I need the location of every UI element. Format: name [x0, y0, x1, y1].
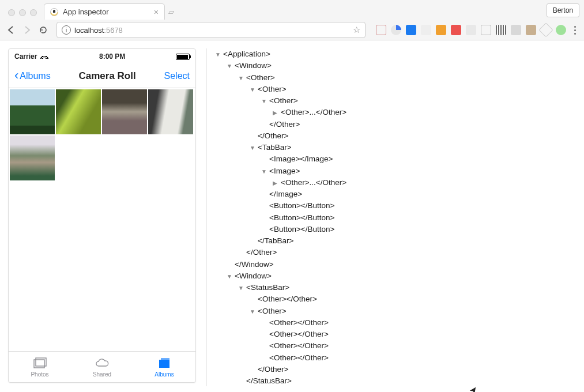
extension-icon[interactable] — [451, 25, 461, 35]
extension-icon[interactable] — [376, 25, 386, 35]
cloud-icon — [95, 357, 110, 370]
tab-title: App inspector — [63, 7, 149, 16]
disclosure-triangle-icon[interactable] — [238, 74, 245, 82]
tab-label: Albums — [155, 371, 174, 378]
photo-thumbnail[interactable] — [102, 89, 147, 134]
disclosure-triangle-icon[interactable] — [238, 284, 245, 292]
extension-icon[interactable] — [421, 25, 431, 35]
window-controls[interactable] — [3, 9, 44, 20]
tree-node[interactable]: <Other>...</Other> — [215, 107, 578, 118]
tree-node[interactable]: <Other> — [215, 95, 578, 107]
disclosure-triangle-icon[interactable] — [250, 144, 257, 152]
extension-icon[interactable] — [466, 25, 476, 35]
extension-icon[interactable] — [436, 25, 446, 35]
tree-node[interactable]: <Other></Other> — [215, 352, 578, 364]
tree-node[interactable]: <Other> — [215, 306, 578, 317]
status-bar: Carrier 8:00 PM — [9, 49, 195, 64]
disclosure-triangle-icon[interactable] — [215, 50, 222, 59]
battery-icon — [176, 54, 190, 60]
element-tree[interactable]: <Application><Window><Other><Other><Othe… — [206, 48, 578, 386]
tab-bar: Photos Shared Albums — [9, 351, 195, 382]
tab-albums[interactable]: Albums — [133, 352, 195, 382]
extension-icon[interactable] — [538, 22, 553, 37]
disclosure-triangle-icon[interactable] — [273, 179, 280, 187]
tree-node[interactable]: </Image> — [215, 189, 578, 200]
site-info-icon[interactable]: i — [62, 25, 71, 35]
tree-node[interactable]: <Other></Other> — [215, 317, 578, 329]
extension-icon[interactable] — [481, 25, 491, 35]
browser-menu-button[interactable] — [571, 24, 579, 37]
url-host: localhost — [74, 26, 104, 35]
favicon-icon — [50, 8, 58, 16]
tree-node[interactable]: <Other> — [215, 72, 578, 84]
close-window-icon[interactable] — [8, 9, 15, 16]
tree-node[interactable]: <Button></Button> — [215, 224, 578, 235]
extension-icon[interactable] — [391, 25, 401, 35]
tree-node[interactable]: <Button></Button> — [215, 200, 578, 212]
tree-node[interactable]: </Other> — [215, 247, 578, 258]
back-button[interactable] — [5, 24, 17, 36]
reload-button[interactable] — [37, 24, 50, 36]
photo-thumbnail[interactable] — [10, 89, 55, 134]
new-tab-button[interactable]: ▱ — [168, 7, 174, 16]
bookmark-star-icon[interactable]: ☆ — [353, 25, 360, 35]
tree-node[interactable]: </Window> — [215, 259, 578, 270]
carrier-label: Carrier — [14, 52, 37, 61]
tree-node[interactable]: </Other> — [215, 130, 578, 142]
tree-node[interactable]: <Other></Other> — [215, 293, 578, 305]
back-nav-button[interactable]: ‹ Albums — [14, 71, 51, 81]
tree-node[interactable]: </Other> — [215, 119, 578, 130]
back-label: Albums — [20, 71, 50, 81]
photo-thumbnail[interactable] — [148, 89, 193, 134]
disclosure-triangle-icon[interactable] — [250, 85, 257, 94]
svg-rect-3 — [161, 358, 169, 360]
tree-node[interactable]: <Window> — [215, 270, 578, 282]
disclosure-triangle-icon[interactable] — [273, 108, 280, 117]
disclosure-triangle-icon[interactable] — [250, 307, 257, 316]
tree-node[interactable]: <StatusBar> — [215, 282, 578, 293]
tree-node[interactable]: </Other> — [215, 364, 578, 375]
wifi-icon — [40, 52, 48, 61]
tree-node[interactable]: </TabBar> — [215, 235, 578, 247]
photo-grid — [9, 88, 195, 351]
extension-icon[interactable] — [556, 25, 566, 35]
disclosure-triangle-icon[interactable] — [261, 97, 268, 105]
zoom-window-icon[interactable] — [30, 9, 37, 16]
tab-shared[interactable]: Shared — [71, 352, 133, 382]
extension-icon[interactable] — [496, 25, 506, 35]
tree-node[interactable]: <Window> — [215, 60, 578, 71]
albums-icon — [157, 357, 172, 370]
forward-button[interactable] — [21, 24, 33, 36]
tree-node[interactable]: <Other>...</Other> — [215, 177, 578, 189]
tab-label: Shared — [93, 371, 111, 378]
url-port: :5678 — [104, 26, 123, 35]
close-tab-icon[interactable]: × — [154, 7, 159, 17]
tree-node[interactable]: <Other></Other> — [215, 329, 578, 340]
tree-node[interactable]: <Application> — [215, 48, 578, 60]
address-bar[interactable]: i localhost:5678 ☆ — [56, 22, 366, 38]
tab-label: Photos — [31, 371, 48, 378]
svg-rect-2 — [159, 360, 169, 368]
minimize-window-icon[interactable] — [19, 9, 26, 16]
extension-icon[interactable] — [511, 25, 521, 35]
tree-node[interactable]: <Image></Image> — [215, 153, 578, 165]
extension-icon[interactable] — [526, 25, 536, 35]
photo-thumbnail[interactable] — [56, 89, 101, 134]
photos-icon — [32, 357, 47, 370]
photo-thumbnail[interactable] — [10, 135, 55, 180]
device-preview: Carrier 8:00 PM ‹ Albums Camera Roll Sel… — [8, 48, 196, 383]
profile-button[interactable]: Berton — [547, 3, 579, 17]
tree-node[interactable]: <Button></Button> — [215, 212, 578, 224]
extension-icon[interactable] — [406, 25, 416, 35]
tree-node[interactable]: <Other></Other> — [215, 340, 578, 352]
tree-node[interactable]: <Other> — [215, 84, 578, 95]
browser-tab[interactable]: App inspector × — [44, 3, 165, 20]
tree-node[interactable]: </StatusBar> — [215, 375, 578, 386]
tree-node[interactable]: <TabBar> — [215, 142, 578, 153]
disclosure-triangle-icon[interactable] — [227, 62, 233, 70]
disclosure-triangle-icon[interactable] — [261, 167, 268, 176]
tree-node[interactable]: <Image> — [215, 165, 578, 177]
select-button[interactable]: Select — [164, 71, 190, 81]
tab-photos[interactable]: Photos — [9, 352, 71, 382]
disclosure-triangle-icon[interactable] — [227, 272, 233, 281]
